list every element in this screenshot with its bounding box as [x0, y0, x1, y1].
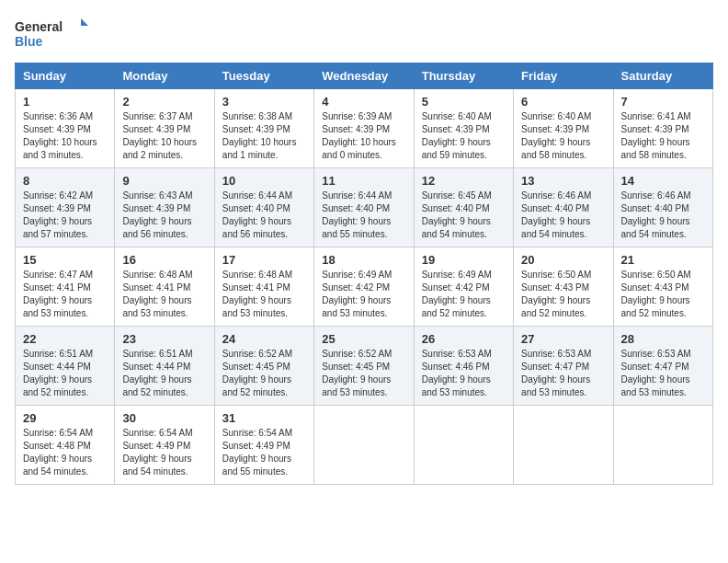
calendar-cell: 14Sunrise: 6:46 AM Sunset: 4:40 PM Dayli… — [613, 168, 712, 247]
calendar-cell: 29Sunrise: 6:54 AM Sunset: 4:48 PM Dayli… — [16, 406, 115, 485]
day-number: 9 — [122, 174, 206, 188]
column-header-sunday: Sunday — [16, 63, 115, 89]
day-info: Sunrise: 6:38 AM Sunset: 4:39 PM Dayligh… — [222, 110, 306, 162]
calendar-cell: 6Sunrise: 6:40 AM Sunset: 4:39 PM Daylig… — [514, 89, 613, 168]
calendar-cell: 18Sunrise: 6:49 AM Sunset: 4:42 PM Dayli… — [314, 247, 414, 327]
day-number: 4 — [322, 95, 405, 109]
logo: General Blue — [15, 15, 88, 52]
calendar-week-row: 1Sunrise: 6:36 AM Sunset: 4:39 PM Daylig… — [16, 89, 713, 168]
calendar-cell: 30Sunrise: 6:54 AM Sunset: 4:49 PM Dayli… — [115, 406, 214, 485]
day-number: 19 — [422, 253, 506, 267]
day-number: 27 — [521, 332, 605, 346]
day-number: 22 — [23, 332, 107, 346]
day-info: Sunrise: 6:37 AM Sunset: 4:39 PM Dayligh… — [122, 110, 206, 162]
day-info: Sunrise: 6:51 AM Sunset: 4:44 PM Dayligh… — [122, 348, 206, 399]
calendar-table: SundayMondayTuesdayWednesdayThursdayFrid… — [15, 63, 713, 485]
day-info: Sunrise: 6:36 AM Sunset: 4:39 PM Dayligh… — [23, 110, 107, 162]
day-number: 6 — [521, 95, 605, 109]
calendar-cell: 24Sunrise: 6:52 AM Sunset: 4:45 PM Dayli… — [214, 327, 313, 406]
calendar-cell — [314, 406, 414, 485]
calendar-cell: 7Sunrise: 6:41 AM Sunset: 4:39 PM Daylig… — [613, 89, 712, 168]
page-header: General Blue — [15, 15, 713, 52]
calendar-cell: 12Sunrise: 6:45 AM Sunset: 4:40 PM Dayli… — [414, 168, 513, 247]
column-header-friday: Friday — [514, 63, 613, 89]
day-number: 20 — [521, 253, 605, 267]
logo-svg: General Blue — [15, 15, 88, 52]
day-number: 29 — [23, 411, 107, 425]
calendar-cell — [514, 406, 613, 485]
day-info: Sunrise: 6:43 AM Sunset: 4:39 PM Dayligh… — [122, 190, 206, 241]
day-info: Sunrise: 6:46 AM Sunset: 4:40 PM Dayligh… — [521, 190, 605, 241]
day-number: 3 — [222, 95, 306, 109]
day-number: 5 — [422, 95, 506, 109]
calendar-cell: 13Sunrise: 6:46 AM Sunset: 4:40 PM Dayli… — [514, 168, 613, 247]
calendar-cell: 15Sunrise: 6:47 AM Sunset: 4:41 PM Dayli… — [16, 247, 115, 327]
day-info: Sunrise: 6:40 AM Sunset: 4:39 PM Dayligh… — [521, 110, 605, 162]
calendar-cell: 9Sunrise: 6:43 AM Sunset: 4:39 PM Daylig… — [115, 168, 214, 247]
column-header-wednesday: Wednesday — [314, 63, 414, 89]
calendar-header-row: SundayMondayTuesdayWednesdayThursdayFrid… — [16, 63, 713, 89]
day-info: Sunrise: 6:49 AM Sunset: 4:42 PM Dayligh… — [322, 269, 405, 320]
calendar-cell: 2Sunrise: 6:37 AM Sunset: 4:39 PM Daylig… — [115, 89, 214, 168]
day-number: 23 — [122, 332, 206, 346]
calendar-week-row: 29Sunrise: 6:54 AM Sunset: 4:48 PM Dayli… — [16, 406, 713, 485]
day-number: 16 — [122, 253, 206, 267]
calendar-cell: 17Sunrise: 6:48 AM Sunset: 4:41 PM Dayli… — [214, 247, 313, 327]
day-info: Sunrise: 6:51 AM Sunset: 4:44 PM Dayligh… — [23, 348, 107, 399]
day-number: 25 — [322, 332, 405, 346]
calendar-cell: 26Sunrise: 6:53 AM Sunset: 4:46 PM Dayli… — [414, 327, 513, 406]
day-number: 14 — [621, 174, 705, 188]
day-info: Sunrise: 6:53 AM Sunset: 4:46 PM Dayligh… — [422, 348, 506, 399]
calendar-cell: 27Sunrise: 6:53 AM Sunset: 4:47 PM Dayli… — [514, 327, 613, 406]
column-header-tuesday: Tuesday — [214, 63, 313, 89]
day-info: Sunrise: 6:39 AM Sunset: 4:39 PM Dayligh… — [322, 110, 405, 162]
column-header-saturday: Saturday — [613, 63, 712, 89]
calendar-cell: 31Sunrise: 6:54 AM Sunset: 4:49 PM Dayli… — [214, 406, 313, 485]
calendar-cell: 16Sunrise: 6:48 AM Sunset: 4:41 PM Dayli… — [115, 247, 214, 327]
day-number: 2 — [122, 95, 206, 109]
calendar-cell: 23Sunrise: 6:51 AM Sunset: 4:44 PM Dayli… — [115, 327, 214, 406]
day-number: 24 — [222, 332, 306, 346]
calendar-cell: 21Sunrise: 6:50 AM Sunset: 4:43 PM Dayli… — [613, 247, 712, 327]
day-info: Sunrise: 6:54 AM Sunset: 4:48 PM Dayligh… — [23, 427, 107, 478]
day-number: 28 — [621, 332, 705, 346]
column-header-monday: Monday — [115, 63, 214, 89]
day-info: Sunrise: 6:54 AM Sunset: 4:49 PM Dayligh… — [122, 427, 206, 478]
day-info: Sunrise: 6:44 AM Sunset: 4:40 PM Dayligh… — [322, 190, 405, 241]
day-info: Sunrise: 6:53 AM Sunset: 4:47 PM Dayligh… — [621, 348, 705, 399]
day-info: Sunrise: 6:54 AM Sunset: 4:49 PM Dayligh… — [222, 427, 306, 478]
day-number: 11 — [322, 174, 405, 188]
day-info: Sunrise: 6:41 AM Sunset: 4:39 PM Dayligh… — [621, 110, 705, 162]
calendar-cell: 28Sunrise: 6:53 AM Sunset: 4:47 PM Dayli… — [613, 327, 712, 406]
day-info: Sunrise: 6:49 AM Sunset: 4:42 PM Dayligh… — [422, 269, 506, 320]
calendar-week-row: 15Sunrise: 6:47 AM Sunset: 4:41 PM Dayli… — [16, 247, 713, 327]
calendar-week-row: 8Sunrise: 6:42 AM Sunset: 4:39 PM Daylig… — [16, 168, 713, 247]
calendar-cell: 4Sunrise: 6:39 AM Sunset: 4:39 PM Daylig… — [314, 89, 414, 168]
day-info: Sunrise: 6:44 AM Sunset: 4:40 PM Dayligh… — [222, 190, 306, 241]
day-info: Sunrise: 6:53 AM Sunset: 4:47 PM Dayligh… — [521, 348, 605, 399]
day-info: Sunrise: 6:42 AM Sunset: 4:39 PM Dayligh… — [23, 190, 107, 241]
day-info: Sunrise: 6:40 AM Sunset: 4:39 PM Dayligh… — [422, 110, 506, 162]
calendar-body: 1Sunrise: 6:36 AM Sunset: 4:39 PM Daylig… — [16, 89, 713, 485]
calendar-cell: 8Sunrise: 6:42 AM Sunset: 4:39 PM Daylig… — [16, 168, 115, 247]
day-info: Sunrise: 6:50 AM Sunset: 4:43 PM Dayligh… — [621, 269, 705, 320]
day-number: 26 — [422, 332, 506, 346]
calendar-cell — [414, 406, 513, 485]
svg-marker-2 — [81, 18, 88, 26]
calendar-cell: 25Sunrise: 6:52 AM Sunset: 4:45 PM Dayli… — [314, 327, 414, 406]
day-number: 7 — [621, 95, 705, 109]
day-number: 30 — [122, 411, 206, 425]
day-info: Sunrise: 6:47 AM Sunset: 4:41 PM Dayligh… — [23, 269, 107, 320]
day-number: 10 — [222, 174, 306, 188]
day-info: Sunrise: 6:52 AM Sunset: 4:45 PM Dayligh… — [322, 348, 405, 399]
calendar-week-row: 22Sunrise: 6:51 AM Sunset: 4:44 PM Dayli… — [16, 327, 713, 406]
day-number: 15 — [23, 253, 107, 267]
svg-text:Blue: Blue — [15, 34, 43, 49]
day-number: 21 — [621, 253, 705, 267]
calendar-cell: 1Sunrise: 6:36 AM Sunset: 4:39 PM Daylig… — [16, 89, 115, 168]
calendar-cell: 22Sunrise: 6:51 AM Sunset: 4:44 PM Dayli… — [16, 327, 115, 406]
day-number: 13 — [521, 174, 605, 188]
calendar-cell: 20Sunrise: 6:50 AM Sunset: 4:43 PM Dayli… — [514, 247, 613, 327]
calendar-cell: 11Sunrise: 6:44 AM Sunset: 4:40 PM Dayli… — [314, 168, 414, 247]
day-number: 12 — [422, 174, 506, 188]
